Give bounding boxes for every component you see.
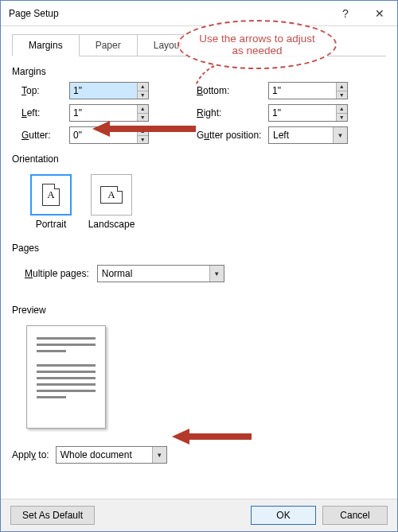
page-setup-dialog: Page Setup ? ✕ Use the arrows to adjust … xyxy=(0,0,398,532)
annotation-arrow-2 xyxy=(172,426,259,447)
top-spinner[interactable]: ▲▼ xyxy=(69,82,149,99)
tab-margins[interactable]: Margins xyxy=(12,34,80,56)
gutter-spin-down[interactable]: ▼ xyxy=(138,136,148,144)
chevron-down-icon: ▼ xyxy=(209,266,224,282)
bottom-spin-up[interactable]: ▲ xyxy=(337,83,347,91)
pages-group-label: Pages xyxy=(12,243,386,254)
orientation-landscape[interactable]: A Landscape xyxy=(87,174,136,230)
gutter-position-label: Gutter position: xyxy=(197,130,268,141)
apply-to-value: Whole document xyxy=(57,449,152,460)
top-label: Top: xyxy=(21,85,69,96)
bottom-input[interactable] xyxy=(269,83,336,99)
close-button[interactable]: ✕ xyxy=(361,1,397,26)
chevron-down-icon: ▼ xyxy=(333,127,347,143)
portrait-box: A xyxy=(30,174,72,216)
right-input[interactable] xyxy=(269,105,336,121)
orientation-portrait[interactable]: A Portrait xyxy=(26,174,76,230)
multiple-pages-value: Normal xyxy=(98,268,209,279)
set-as-default-button[interactable]: Set As Default xyxy=(10,506,95,525)
dialog-footer: Set As Default OK Cancel xyxy=(1,499,397,531)
annotation-text: Use the arrows to adjust as needed xyxy=(193,33,321,56)
gutter-spinner[interactable]: ▲▼ xyxy=(69,126,149,144)
titlebar: Page Setup ? ✕ xyxy=(1,1,397,26)
multiple-pages-label: Multiple pages: xyxy=(25,268,89,279)
multiple-pages-dropdown[interactable]: Normal ▼ xyxy=(97,265,224,282)
preview-thumbnail xyxy=(26,325,106,429)
left-input[interactable] xyxy=(70,105,137,121)
gutter-position-dropdown[interactable]: Left ▼ xyxy=(268,126,348,144)
help-button[interactable]: ? xyxy=(330,1,361,26)
landscape-box: A xyxy=(91,174,132,216)
top-input[interactable] xyxy=(70,83,137,99)
orientation-group-label: Orientation xyxy=(12,153,386,165)
gutter-position-value: Left xyxy=(269,130,333,141)
gutter-spin-up[interactable]: ▲ xyxy=(138,127,148,136)
window-title: Page Setup xyxy=(1,8,330,19)
right-label: Right: xyxy=(197,107,268,118)
annotation-callout: Use the arrows to adjust as needed xyxy=(178,20,337,69)
page-landscape-icon: A xyxy=(100,186,123,204)
right-spin-down[interactable]: ▼ xyxy=(337,114,347,122)
portrait-label: Portrait xyxy=(36,219,67,230)
gutter-label: Gutter: xyxy=(21,130,69,141)
page-portrait-icon: A xyxy=(42,184,60,206)
left-spin-up[interactable]: ▲ xyxy=(138,105,148,114)
ok-button[interactable]: OK xyxy=(251,506,316,525)
apply-to-label: Apply to: xyxy=(12,449,49,460)
right-spinner[interactable]: ▲▼ xyxy=(268,104,348,122)
top-spin-up[interactable]: ▲ xyxy=(138,83,148,91)
apply-to-dropdown[interactable]: Whole document ▼ xyxy=(56,446,167,464)
preview-group-label: Preview xyxy=(12,305,386,316)
bottom-spinner[interactable]: ▲▼ xyxy=(268,82,348,99)
chevron-down-icon: ▼ xyxy=(152,447,166,463)
left-spinner[interactable]: ▲▼ xyxy=(69,104,149,122)
margins-group-label: Margins xyxy=(12,66,386,77)
bottom-label: Bottom: xyxy=(197,85,268,96)
cancel-button[interactable]: Cancel xyxy=(322,506,388,525)
left-spin-down[interactable]: ▼ xyxy=(138,114,148,122)
landscape-label: Landscape xyxy=(88,219,135,230)
left-label: Left: xyxy=(21,107,69,118)
bottom-spin-down[interactable]: ▼ xyxy=(337,91,347,99)
svg-marker-1 xyxy=(172,429,252,445)
right-spin-up[interactable]: ▲ xyxy=(337,105,347,114)
tab-paper[interactable]: Paper xyxy=(79,34,138,56)
gutter-input[interactable] xyxy=(70,127,137,143)
top-spin-down[interactable]: ▼ xyxy=(138,91,148,99)
